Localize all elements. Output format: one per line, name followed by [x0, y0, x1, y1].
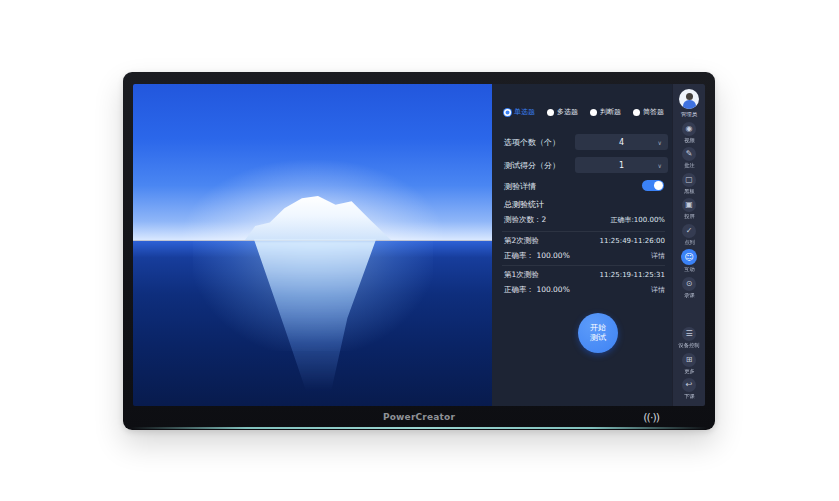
page-background: 单选题 多选题 判断题 简答题 选项个数（个）: [0, 0, 839, 501]
radio-label: 多选题: [557, 107, 578, 117]
bottom-bezel: PowerCreator ((·)): [123, 406, 715, 428]
option-count-value: 4: [619, 138, 624, 147]
device-control-icon: ☰: [682, 327, 696, 341]
sidebar-item-video[interactable]: ◉ 视频: [682, 122, 696, 144]
record-row: 第1次测验 11:25:19-11:25:31: [504, 270, 665, 280]
blackboard-icon: ▢: [682, 173, 696, 187]
score-value: 1: [619, 161, 624, 170]
start-test-button[interactable]: 开始 测试: [578, 313, 618, 353]
quiz-panel: 单选题 多选题 判断题 简答题 选项个数（个）: [492, 84, 672, 406]
camera-icon: ◉: [682, 122, 696, 136]
chevron-down-icon: ∨: [658, 139, 662, 146]
interaction-icon: ☺: [681, 249, 697, 265]
sidebar-item-label: 设备控制: [679, 342, 700, 349]
detail-toggle-label: 测验详情: [504, 181, 536, 192]
radio-true-false[interactable]: 判断题: [590, 107, 621, 117]
record-row: 正确率： 100.00% 详情: [504, 251, 665, 261]
screen: 单选题 多选题 判断题 简答题 选项个数（个）: [133, 84, 705, 406]
brand-logo: PowerCreator: [383, 412, 455, 422]
end-class-icon: ↩: [682, 378, 696, 392]
record-name: 第2次测验: [504, 236, 539, 246]
sidebar-item-device-control[interactable]: ☰ 设备控制: [678, 327, 700, 349]
pen-icon: ✎: [682, 147, 696, 161]
radio-dot-icon: [504, 109, 511, 116]
sidebar-item-end-class[interactable]: ↩ 下课: [682, 378, 696, 400]
sidebar-item-label: 批注: [684, 162, 694, 169]
divider: [502, 265, 665, 266]
sidebar-item-record[interactable]: ⊙ 录课: [682, 277, 696, 299]
question-type-radio-group: 单选题 多选题 判断题 简答题: [504, 107, 670, 117]
start-test-line1: 开始: [590, 323, 606, 333]
record-accuracy: 正确率： 100.00%: [504, 251, 570, 261]
radio-short-answer[interactable]: 简答题: [633, 107, 664, 117]
radio-dot-icon: [633, 109, 640, 116]
record-row: 第2次测验 11:25:49-11:26:00: [504, 236, 665, 246]
user-label: 管理员: [681, 111, 698, 118]
record-accuracy: 正确率： 100.00%: [504, 285, 570, 295]
sidebar-item-label: 录课: [684, 292, 694, 299]
sidebar-item-label: 点到: [684, 239, 694, 246]
radio-label: 单选题: [514, 107, 535, 117]
score-label: 测试得分（分）: [504, 160, 560, 171]
sidebar-item-more[interactable]: ⊞ 更多: [682, 353, 696, 375]
rollcall-icon: ✓: [682, 224, 696, 238]
more-icon: ⊞: [682, 353, 696, 367]
radio-single-choice[interactable]: 单选题: [504, 107, 535, 117]
record-time: 11:25:19-11:25:31: [600, 271, 665, 279]
avatar[interactable]: [679, 89, 699, 109]
record-name: 第1次测验: [504, 270, 539, 280]
sidebar-item-label: 下课: [684, 393, 694, 400]
radio-multi-choice[interactable]: 多选题: [547, 107, 578, 117]
score-select[interactable]: 1 ∨: [575, 157, 668, 173]
record-row: 正确率： 100.00% 详情: [504, 285, 665, 295]
sea: [133, 240, 492, 406]
sidebar-item-label: 更多: [684, 368, 694, 375]
record-detail-link[interactable]: 详情: [651, 285, 665, 295]
radio-label: 简答题: [643, 107, 664, 117]
overall-accuracy: 正确率:100.00%: [610, 215, 665, 225]
radio-dot-icon: [547, 109, 554, 116]
nfc-icon: ((·)): [643, 411, 659, 424]
record-time: 11:25:49-11:26:00: [600, 237, 665, 245]
detail-toggle-switch[interactable]: [642, 180, 664, 191]
sidebar-item-rollcall[interactable]: ✓ 点到: [682, 224, 696, 246]
screencast-icon: ▣: [682, 198, 696, 212]
sidebar-item-label: 投屏: [684, 213, 694, 220]
powercreator-monitor: 单选题 多选题 判断题 简答题 选项个数（个）: [123, 72, 715, 430]
sidebar-item-label: 互动: [684, 266, 694, 273]
sidebar-item-annotate[interactable]: ✎ 批注: [682, 147, 696, 169]
chevron-down-icon: ∨: [658, 162, 662, 169]
sidebar-item-screencast[interactable]: ▣ 投屏: [682, 198, 696, 220]
option-count-label: 选项个数（个）: [504, 137, 560, 148]
sidebar-item-label: 黑板: [684, 188, 694, 195]
record-detail-link[interactable]: 详情: [651, 251, 665, 261]
test-count: 测验次数：2: [504, 215, 546, 225]
toolbar-sidebar: 管理员 ◉ 视频 ✎ 批注 ▢ 黑板 ▣ 投屏 ✓: [672, 84, 705, 406]
stats-title: 总测验统计: [504, 199, 544, 210]
record-icon: ⊙: [682, 277, 696, 291]
stats-summary-row: 测验次数：2 正确率:100.00%: [504, 215, 665, 225]
sidebar-item-interaction[interactable]: ☺ 互动: [681, 249, 697, 273]
sidebar-item-blackboard[interactable]: ▢ 黑板: [682, 173, 696, 195]
option-count-select[interactable]: 4 ∨: [575, 134, 668, 150]
sidebar-item-label: 视频: [684, 137, 694, 144]
iceberg-image: [133, 84, 492, 406]
divider: [502, 231, 665, 232]
radio-label: 判断题: [600, 107, 621, 117]
start-test-line2: 测试: [590, 333, 606, 343]
radio-dot-icon: [590, 109, 597, 116]
